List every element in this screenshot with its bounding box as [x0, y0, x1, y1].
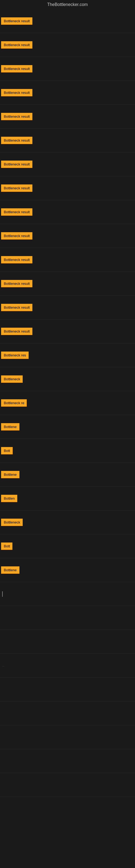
bottleneck-badge: Bottleneck result — [1, 161, 32, 168]
cursor — [2, 591, 3, 597]
bottleneck-row[interactable]: Bott — [0, 439, 135, 463]
bottleneck-badge: Bottleneck — [1, 519, 23, 526]
bottleneck-badge: Bottleneck result — [1, 280, 32, 287]
bottleneck-row[interactable]: Bottlene — [0, 558, 135, 582]
site-title: TheBottlenecker.com — [0, 0, 135, 9]
bottleneck-row[interactable]: Bottleneck — [0, 510, 135, 534]
bottleneck-row[interactable]: Bottleneck result — [0, 248, 135, 272]
bottleneck-row[interactable]: Bottleneck result — [0, 200, 135, 224]
bottleneck-badge: Bottleneck re — [1, 399, 27, 407]
bottleneck-badge: Bottleneck result — [1, 328, 32, 335]
page-wrapper: TheBottlenecker.com Bottleneck resultBot… — [0, 0, 135, 797]
bottleneck-row[interactable]: Bottleneck result — [0, 9, 135, 33]
bottleneck-row[interactable]: Bottleneck res — [0, 343, 135, 367]
bottleneck-row[interactable]: Bottleneck result — [0, 224, 135, 248]
bottleneck-badge: Bottlen — [1, 495, 17, 502]
bottleneck-badge: Bottleneck result — [1, 304, 32, 311]
bottleneck-badge: Bottleneck result — [1, 137, 32, 144]
extra-row: ... — [0, 654, 135, 678]
small-label: ... — [1, 661, 5, 670]
bottleneck-row[interactable]: Bottlen — [0, 487, 135, 510]
bottleneck-badge: Bottleneck result — [1, 89, 32, 96]
extra-row — [0, 773, 135, 797]
bottleneck-row[interactable]: Bottleneck result — [0, 33, 135, 57]
bottleneck-row[interactable]: Bottleneck — [0, 367, 135, 391]
bottleneck-badge: Bottleneck result — [1, 184, 32, 192]
extra-row — [0, 606, 135, 630]
extra-row — [0, 582, 135, 606]
bottleneck-badge: Bottleneck result — [1, 208, 32, 216]
bottleneck-badge: Bottleneck result — [1, 65, 32, 72]
bottleneck-row[interactable]: Bottleneck result — [0, 57, 135, 81]
extra-row — [0, 749, 135, 773]
bottleneck-badge: Bottlene — [1, 423, 19, 431]
bottleneck-badge: Bottleneck result — [1, 232, 32, 240]
bottleneck-row[interactable]: Bott — [0, 534, 135, 558]
bottleneck-row[interactable]: Bottleneck result — [0, 81, 135, 105]
bottleneck-badge: Bottlene — [1, 471, 19, 478]
extra-row — [0, 678, 135, 702]
bottleneck-badge: Bottleneck result — [1, 41, 32, 49]
rows-container: Bottleneck resultBottleneck resultBottle… — [0, 9, 135, 797]
bottleneck-row[interactable]: Bottleneck result — [0, 152, 135, 176]
bottleneck-badge: Bottleneck result — [1, 113, 32, 120]
bottleneck-row[interactable]: Bottlene — [0, 415, 135, 439]
bottleneck-row[interactable]: Bottleneck result — [0, 176, 135, 200]
bottleneck-row[interactable]: Bottleneck result — [0, 319, 135, 343]
bottleneck-row[interactable]: Bottleneck re — [0, 391, 135, 415]
extra-row — [0, 725, 135, 749]
bottleneck-badge: Bott — [1, 542, 12, 550]
bottleneck-badge: Bott — [1, 447, 13, 454]
bottleneck-badge: Bottleneck res — [1, 351, 29, 359]
bottleneck-row[interactable]: Bottlene — [0, 463, 135, 487]
extra-row — [0, 630, 135, 654]
bottleneck-badge: Bottleneck result — [1, 256, 32, 264]
bottleneck-row[interactable]: Bottleneck result — [0, 296, 135, 319]
bottleneck-badge: Bottleneck result — [1, 18, 32, 25]
bottleneck-row[interactable]: Bottleneck result — [0, 129, 135, 152]
bottleneck-row[interactable]: Bottleneck result — [0, 272, 135, 296]
bottleneck-badge: Bottlene — [1, 566, 19, 574]
bottleneck-row[interactable]: Bottleneck result — [0, 105, 135, 129]
bottleneck-badge: Bottleneck — [1, 375, 23, 383]
extra-row — [0, 702, 135, 725]
